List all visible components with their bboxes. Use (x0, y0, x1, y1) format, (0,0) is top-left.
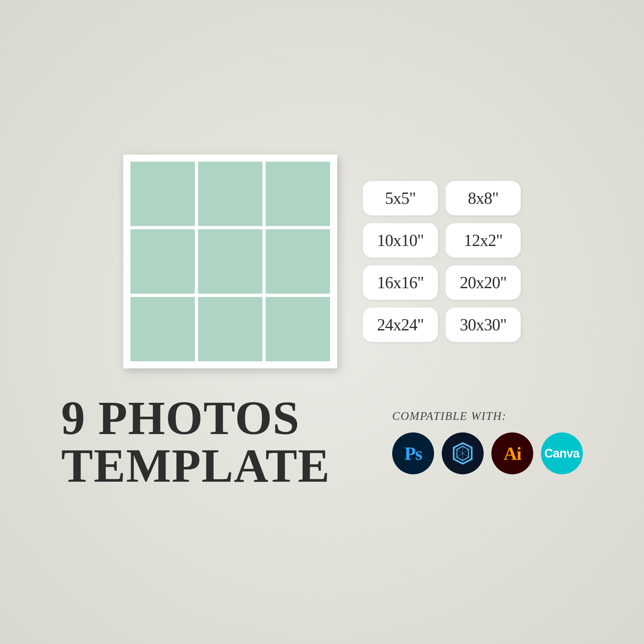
canva-icon: Canva (541, 432, 583, 474)
photo-cell-3 (266, 162, 330, 226)
photo-cell-8 (198, 297, 262, 361)
compatible-section: COMPATIBLE WITH: Ps (392, 409, 583, 474)
illustrator-icon: Ai (491, 432, 533, 474)
affinity-icon (442, 432, 484, 474)
bottom-section: 9 PHOTOS TEMPLATE COMPATIBLE WITH: Ps (48, 394, 596, 489)
photo-cell-2 (198, 162, 262, 226)
size-badge-30x30: 30x30" (446, 308, 521, 342)
app-icons: Ps Ai (392, 432, 583, 474)
photo-cell-1 (130, 162, 195, 226)
photo-cell-6 (266, 229, 330, 294)
size-badge-8x8: 8x8" (446, 181, 521, 215)
photo-cell-9 (266, 297, 330, 361)
affinity-svg (450, 440, 476, 466)
size-badge-20x20: 20x20" (446, 265, 521, 300)
sizes-grid: 5x5" 8x8" 10x10" 12x2" 16x16" 20x20" 24x… (363, 181, 521, 342)
photo-grid (130, 162, 330, 361)
size-badge-10x10: 10x10" (363, 223, 438, 258)
photo-cell-7 (130, 297, 195, 361)
size-badge-16x16: 16x16" (363, 265, 438, 300)
main-container: 5x5" 8x8" 10x10" 12x2" 16x16" 20x20" 24x… (48, 155, 596, 489)
top-section: 5x5" 8x8" 10x10" 12x2" 16x16" 20x20" 24x… (48, 155, 596, 368)
photoshop-icon: Ps (392, 432, 434, 474)
photo-cell-4 (130, 229, 195, 294)
photo-cell-5 (198, 229, 262, 294)
title-line1: 9 PHOTOS (61, 394, 330, 442)
size-badge-24x24: 24x24" (363, 308, 438, 342)
photoshop-label: Ps (404, 443, 422, 464)
compatible-label: COMPATIBLE WITH: (392, 409, 507, 423)
illustrator-label: Ai (504, 443, 521, 464)
title-line2: TEMPLATE (61, 442, 330, 489)
size-badge-5x5: 5x5" (363, 181, 438, 215)
photo-grid-wrapper (123, 155, 337, 368)
main-title: 9 PHOTOS TEMPLATE (61, 394, 330, 489)
size-badge-12x2: 12x2" (446, 223, 521, 258)
canva-label: Canva (544, 447, 579, 460)
